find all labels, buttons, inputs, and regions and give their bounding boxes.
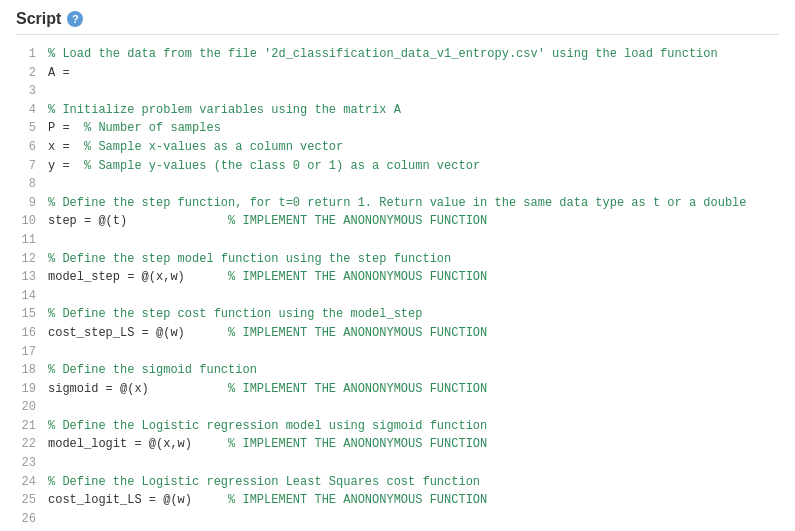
line-number: 9 — [16, 194, 36, 213]
line-content: cost_logit_LS = @(w) % IMPLEMENT THE ANO… — [48, 491, 487, 510]
code-line: 1% Load the data from the file '2d_class… — [16, 45, 779, 64]
code-line: 23 — [16, 454, 779, 473]
script-header: Script ? — [16, 10, 779, 35]
line-number: 11 — [16, 231, 36, 250]
code-line: 26 — [16, 510, 779, 529]
line-number: 6 — [16, 138, 36, 157]
line-number: 8 — [16, 175, 36, 194]
code-line: 4% Initialize problem variables using th… — [16, 101, 779, 120]
help-icon[interactable]: ? — [67, 11, 83, 27]
line-number: 26 — [16, 510, 36, 529]
code-text: step = @(t) — [48, 214, 228, 228]
line-number: 22 — [16, 435, 36, 454]
line-content: x = % Sample x-values as a column vector — [48, 138, 343, 157]
line-content: % Define the sigmoid function — [48, 361, 257, 380]
comment-text: % Define the step function, for t=0 retu… — [48, 196, 747, 210]
code-text: y = — [48, 159, 77, 173]
comment-text: % Define the step cost function using th… — [48, 307, 422, 321]
comment-text: % IMPLEMENT THE ANONONYMOUS FUNCTION — [228, 214, 487, 228]
line-content: sigmoid = @(x) % IMPLEMENT THE ANONONYMO… — [48, 380, 487, 399]
line-content: % Define the step cost function using th… — [48, 305, 422, 324]
line-content: % Initialize problem variables using the… — [48, 101, 401, 120]
line-content: step = @(t) % IMPLEMENT THE ANONONYMOUS … — [48, 212, 487, 231]
line-content: % Define the step model function using t… — [48, 250, 451, 269]
code-line: 8 — [16, 175, 779, 194]
code-line: 2A = — [16, 64, 779, 83]
line-number: 1 — [16, 45, 36, 64]
line-number: 12 — [16, 250, 36, 269]
line-number: 19 — [16, 380, 36, 399]
line-content: model_step = @(x,w) % IMPLEMENT THE ANON… — [48, 268, 487, 287]
line-content: % Define the Logistic regression Least S… — [48, 473, 480, 492]
code-line: 21% Define the Logistic regression model… — [16, 417, 779, 436]
page-container: Script ? 1% Load the data from the file … — [0, 0, 795, 531]
line-number: 25 — [16, 491, 36, 510]
line-content: model_logit = @(x,w) % IMPLEMENT THE ANO… — [48, 435, 487, 454]
code-text: x = — [48, 140, 77, 154]
code-area: 1% Load the data from the file '2d_class… — [16, 45, 779, 528]
code-text: cost_step_LS = @(w) — [48, 326, 228, 340]
code-line: 22model_logit = @(x,w) % IMPLEMENT THE A… — [16, 435, 779, 454]
line-content: A = — [48, 64, 70, 83]
line-number: 10 — [16, 212, 36, 231]
line-content: % Define the step function, for t=0 retu… — [48, 194, 747, 213]
comment-text: % IMPLEMENT THE ANONONYMOUS FUNCTION — [228, 493, 487, 507]
comment-text: % Load the data from the file '2d_classi… — [48, 47, 718, 61]
code-line: 5P = % Number of samples — [16, 119, 779, 138]
code-line: 3 — [16, 82, 779, 101]
code-line: 13model_step = @(x,w) % IMPLEMENT THE AN… — [16, 268, 779, 287]
code-text: model_logit = @(x,w) — [48, 437, 228, 451]
line-content: % Define the Logistic regression model u… — [48, 417, 487, 436]
code-line: 15% Define the step cost function using … — [16, 305, 779, 324]
line-number: 3 — [16, 82, 36, 101]
code-line: 25cost_logit_LS = @(w) % IMPLEMENT THE A… — [16, 491, 779, 510]
code-line: 7y = % Sample y-values (the class 0 or 1… — [16, 157, 779, 176]
code-line: 10step = @(t) % IMPLEMENT THE ANONONYMOU… — [16, 212, 779, 231]
code-text: model_step = @(x,w) — [48, 270, 228, 284]
comment-text: % IMPLEMENT THE ANONONYMOUS FUNCTION — [228, 382, 487, 396]
code-line: 16cost_step_LS = @(w) % IMPLEMENT THE AN… — [16, 324, 779, 343]
line-number: 24 — [16, 473, 36, 492]
code-line: 17 — [16, 343, 779, 362]
line-number: 7 — [16, 157, 36, 176]
line-content: P = % Number of samples — [48, 119, 221, 138]
line-number: 13 — [16, 268, 36, 287]
comment-text: % IMPLEMENT THE ANONONYMOUS FUNCTION — [228, 437, 487, 451]
code-line: 6x = % Sample x-values as a column vecto… — [16, 138, 779, 157]
line-content: cost_step_LS = @(w) % IMPLEMENT THE ANON… — [48, 324, 487, 343]
comment-text: % Define the sigmoid function — [48, 363, 257, 377]
code-line: 9% Define the step function, for t=0 ret… — [16, 194, 779, 213]
comment-text: % Define the Logistic regression model u… — [48, 419, 487, 433]
line-number: 23 — [16, 454, 36, 473]
line-number: 5 — [16, 119, 36, 138]
line-number: 2 — [16, 64, 36, 83]
comment-text: % Number of samples — [77, 121, 221, 135]
code-text: cost_logit_LS = @(w) — [48, 493, 228, 507]
code-line: 11 — [16, 231, 779, 250]
comment-text: % Sample y-values (the class 0 or 1) as … — [77, 159, 480, 173]
comment-text: % Define the Logistic regression Least S… — [48, 475, 480, 489]
line-content: % Load the data from the file '2d_classi… — [48, 45, 718, 64]
code-line: 20 — [16, 398, 779, 417]
code-text: sigmoid = @(x) — [48, 382, 228, 396]
code-line: 19sigmoid = @(x) % IMPLEMENT THE ANONONY… — [16, 380, 779, 399]
comment-text: % Define the step model function using t… — [48, 252, 451, 266]
comment-text: % Sample x-values as a column vector — [77, 140, 343, 154]
line-number: 4 — [16, 101, 36, 120]
comment-text: % Initialize problem variables using the… — [48, 103, 401, 117]
line-number: 17 — [16, 343, 36, 362]
code-line: 12% Define the step model function using… — [16, 250, 779, 269]
code-line: 24% Define the Logistic regression Least… — [16, 473, 779, 492]
comment-text: % IMPLEMENT THE ANONONYMOUS FUNCTION — [228, 270, 487, 284]
line-number: 20 — [16, 398, 36, 417]
script-title: Script — [16, 10, 61, 28]
line-content: y = % Sample y-values (the class 0 or 1)… — [48, 157, 480, 176]
line-number: 16 — [16, 324, 36, 343]
line-number: 18 — [16, 361, 36, 380]
line-number: 15 — [16, 305, 36, 324]
code-text: P = — [48, 121, 77, 135]
line-number: 21 — [16, 417, 36, 436]
code-text: A = — [48, 66, 70, 80]
comment-text: % IMPLEMENT THE ANONONYMOUS FUNCTION — [228, 326, 487, 340]
line-number: 14 — [16, 287, 36, 306]
